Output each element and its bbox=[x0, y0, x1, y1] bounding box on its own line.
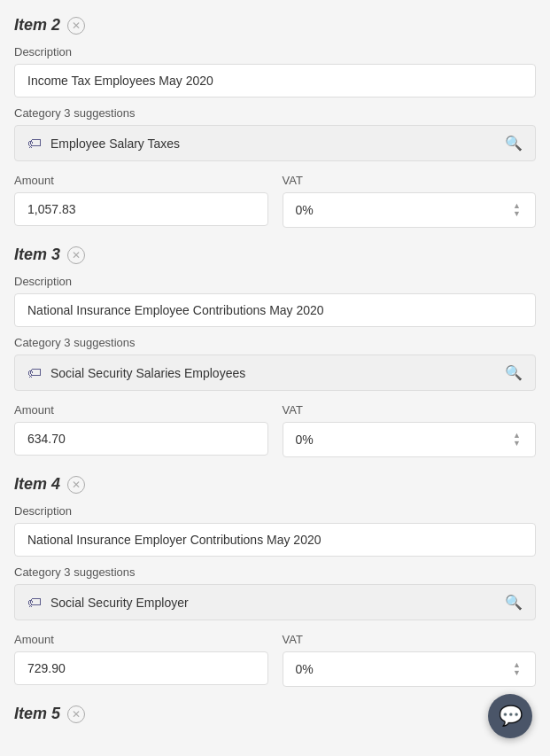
item-2-vat-arrows[interactable]: ▲ ▼ bbox=[511, 202, 523, 218]
item-3-vat-value: 0% bbox=[296, 433, 314, 447]
item-5-header: Item 5 ✕ bbox=[14, 705, 536, 723]
item-4-header: Item 4 ✕ bbox=[14, 475, 536, 494]
item-4-section: Item 4 ✕ Description Category 3 suggesti… bbox=[14, 475, 536, 687]
item-4-category-select[interactable]: 🏷 Social Security Employer 🔍 bbox=[14, 584, 536, 620]
item-2-tag-icon: 🏷 bbox=[27, 136, 42, 152]
chat-icon: 💬 bbox=[499, 705, 523, 728]
item-2-category-label: Category 3 suggestions bbox=[14, 106, 536, 120]
item-4-vat-down-arrow[interactable]: ▼ bbox=[511, 669, 523, 677]
item-3-search-icon[interactable]: 🔍 bbox=[505, 364, 523, 381]
item-4-amount-vat-row: Amount VAT 0% ▲ ▼ bbox=[14, 624, 536, 687]
item-3-category-left: 🏷 Social Security Salaries Employees bbox=[27, 365, 245, 381]
item-2-amount-vat-row: Amount VAT 0% ▲ ▼ bbox=[14, 165, 536, 228]
item-4-title: Item 4 bbox=[14, 475, 60, 494]
item-2-amount-input[interactable] bbox=[14, 192, 268, 226]
item-2-header: Item 2 ✕ bbox=[14, 16, 536, 35]
item-4-vat-label: VAT bbox=[283, 633, 537, 646]
item-3-vat-field: VAT 0% ▲ ▼ bbox=[283, 394, 537, 457]
item-4-category-value: Social Security Employer bbox=[50, 596, 189, 610]
chat-button[interactable]: 💬 bbox=[488, 694, 532, 738]
item-4-amount-label: Amount bbox=[14, 633, 268, 646]
item-2-amount-label: Amount bbox=[14, 174, 268, 187]
item-3-tag-icon: 🏷 bbox=[27, 365, 42, 381]
item-4-search-icon[interactable]: 🔍 bbox=[505, 594, 523, 611]
item-3-close-button[interactable]: ✕ bbox=[67, 246, 85, 264]
item-4-close-button[interactable]: ✕ bbox=[67, 476, 85, 494]
item-2-section: Item 2 ✕ Description Category 3 suggesti… bbox=[14, 16, 536, 228]
item-3-amount-vat-row: Amount VAT 0% ▲ ▼ bbox=[14, 394, 536, 457]
item-2-close-button[interactable]: ✕ bbox=[67, 17, 85, 35]
item-2-vat-field: VAT 0% ▲ ▼ bbox=[283, 165, 537, 228]
item-3-amount-input[interactable] bbox=[14, 422, 268, 456]
item-4-description-label: Description bbox=[14, 504, 536, 518]
item-3-header: Item 3 ✕ bbox=[14, 246, 536, 264]
item-5-close-button[interactable]: ✕ bbox=[67, 705, 85, 723]
item-4-amount-input[interactable] bbox=[14, 651, 268, 685]
item-2-search-icon[interactable]: 🔍 bbox=[505, 135, 523, 152]
item-4-vat-arrows[interactable]: ▲ ▼ bbox=[511, 661, 523, 677]
item-4-vat-value: 0% bbox=[296, 662, 314, 676]
item-3-category-value: Social Security Salaries Employees bbox=[50, 366, 245, 380]
item-3-amount-field: Amount bbox=[14, 394, 268, 457]
item-3-category-label: Category 3 suggestions bbox=[14, 336, 536, 349]
item-3-vat-down-arrow[interactable]: ▼ bbox=[511, 440, 523, 448]
item-2-vat-label: VAT bbox=[283, 174, 537, 187]
item-4-description-input[interactable] bbox=[14, 523, 536, 557]
item-3-vat-display[interactable]: 0% ▲ ▼ bbox=[283, 422, 537, 457]
item-4-amount-field: Amount bbox=[14, 624, 268, 687]
item-2-vat-display[interactable]: 0% ▲ ▼ bbox=[283, 192, 537, 228]
item-2-category-left: 🏷 Employee Salary Taxes bbox=[27, 136, 180, 152]
item-5-title: Item 5 bbox=[14, 705, 60, 723]
item-2-title: Item 2 bbox=[14, 16, 60, 35]
item-4-vat-display[interactable]: 0% ▲ ▼ bbox=[283, 651, 537, 687]
item-2-category-select[interactable]: 🏷 Employee Salary Taxes 🔍 bbox=[14, 125, 536, 161]
item-2-description-label: Description bbox=[14, 45, 536, 58]
item-4-category-label: Category 3 suggestions bbox=[14, 565, 536, 579]
item-2-amount-field: Amount bbox=[14, 165, 268, 228]
item-2-category-value: Employee Salary Taxes bbox=[50, 136, 180, 151]
item-3-amount-label: Amount bbox=[14, 403, 268, 417]
item-2-description-input[interactable] bbox=[14, 64, 536, 97]
item-2-vat-value: 0% bbox=[296, 203, 314, 217]
item-3-category-select[interactable]: 🏷 Social Security Salaries Employees 🔍 bbox=[14, 355, 536, 391]
item-5-partial: Item 5 ✕ bbox=[14, 705, 536, 723]
item-3-description-input[interactable] bbox=[14, 293, 536, 327]
item-4-tag-icon: 🏷 bbox=[27, 595, 42, 611]
item-3-vat-arrows[interactable]: ▲ ▼ bbox=[511, 432, 523, 448]
item-4-vat-field: VAT 0% ▲ ▼ bbox=[283, 624, 537, 687]
item-4-category-left: 🏷 Social Security Employer bbox=[27, 595, 189, 611]
item-3-description-label: Description bbox=[14, 275, 536, 288]
item-3-title: Item 3 bbox=[14, 246, 60, 264]
item-3-section: Item 3 ✕ Description Category 3 suggesti… bbox=[14, 246, 536, 457]
item-2-vat-down-arrow[interactable]: ▼ bbox=[511, 210, 523, 218]
item-3-vat-label: VAT bbox=[283, 403, 537, 417]
